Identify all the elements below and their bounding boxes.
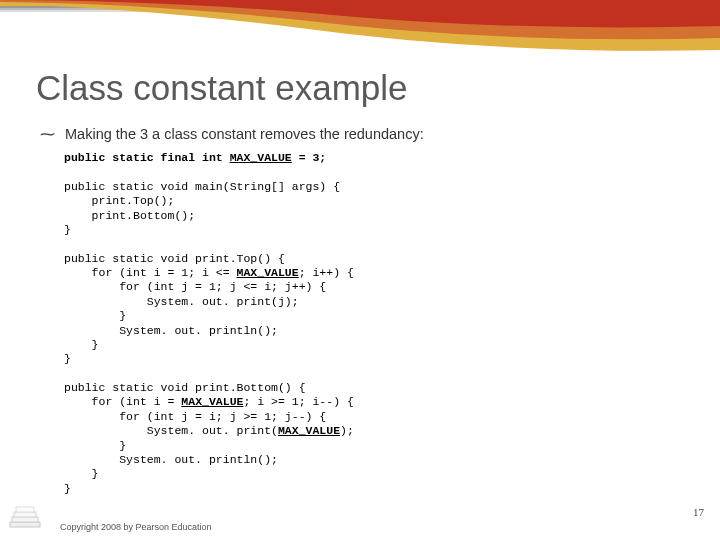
code-token: ); <box>340 424 354 437</box>
books-stack-image <box>8 500 46 528</box>
code-token: } <box>64 309 126 322</box>
code-token: } <box>64 338 99 351</box>
code-token: = 3; <box>292 151 327 164</box>
code-token: System. out. print(j); <box>64 295 299 308</box>
code-token: for (int j = 1; j <= i; j++) { <box>64 280 326 293</box>
code-token: public static void main(String[] args) { <box>64 180 340 193</box>
copyright: Copyright 2008 by Pearson Education <box>60 522 212 532</box>
code-token: ; i++) { <box>299 266 354 279</box>
code-token: MAX_VALUE <box>181 395 243 408</box>
code-token: MAX_VALUE <box>230 151 292 164</box>
code-token: for (int i = 1; i <= <box>64 266 237 279</box>
code-token: for (int j = i; j >= 1; j--) { <box>64 410 326 423</box>
code-block: public static final int MAX_VALUE = 3; p… <box>64 151 720 496</box>
code-token: } <box>64 223 71 236</box>
code-token: MAX_VALUE <box>237 266 299 279</box>
code-token: System. out. print( <box>64 424 278 437</box>
svg-rect-2 <box>14 512 36 517</box>
code-token: System. out. println(); <box>64 324 278 337</box>
code-token: public static void print.Top() { <box>64 252 285 265</box>
code-token: print.Bottom(); <box>64 209 195 222</box>
svg-rect-0 <box>10 522 40 527</box>
code-token: public static final int <box>64 151 230 164</box>
code-token: ; i >= 1; i--) { <box>243 395 353 408</box>
page-number: 17 <box>693 506 704 518</box>
code-token: } <box>64 439 126 452</box>
code-token: } <box>64 467 99 480</box>
code-token: } <box>64 352 71 365</box>
code-token: MAX_VALUE <box>278 424 340 437</box>
code-token: print.Top(); <box>64 194 174 207</box>
code-token: System. out. println(); <box>64 453 278 466</box>
svg-rect-1 <box>12 517 38 522</box>
code-token: public static void print.Bottom() { <box>64 381 306 394</box>
bullet-line: ⁓ Making the 3 a class constant removes … <box>40 126 720 143</box>
slide-title: Class constant example <box>36 68 720 108</box>
top-stripes <box>0 0 720 16</box>
svg-rect-3 <box>16 507 34 512</box>
bullet-icon: ⁓ <box>40 126 55 143</box>
bullet-text: Making the 3 a class constant removes th… <box>65 126 424 142</box>
code-token: for (int i = <box>64 395 181 408</box>
code-token: } <box>64 482 71 495</box>
stripe <box>0 10 720 12</box>
